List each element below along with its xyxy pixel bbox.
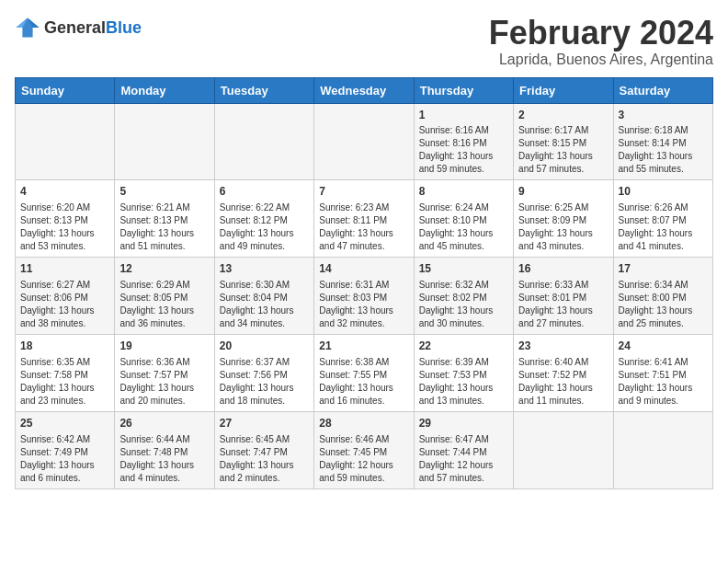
day-info: Sunrise: 6:37 AM Sunset: 7:56 PM Dayligh… <box>220 356 309 408</box>
day-number: 24 <box>619 339 708 354</box>
week-row-1: 1Sunrise: 6:16 AM Sunset: 8:16 PM Daylig… <box>16 103 713 180</box>
day-info: Sunrise: 6:42 AM Sunset: 7:49 PM Dayligh… <box>20 433 109 485</box>
calendar-cell-w1-d2 <box>115 103 214 180</box>
logo-bird-icon <box>15 15 40 40</box>
day-number: 15 <box>419 261 508 277</box>
day-number: 23 <box>518 339 608 354</box>
calendar-cell-w2-d5: 8Sunrise: 6:24 AM Sunset: 8:10 PM Daylig… <box>414 180 513 258</box>
calendar-cell-w2-d6: 9Sunrise: 6:25 AM Sunset: 8:09 PM Daylig… <box>514 180 613 258</box>
day-info: Sunrise: 6:29 AM Sunset: 8:05 PM Dayligh… <box>119 279 209 330</box>
day-info: Sunrise: 6:25 AM Sunset: 8:09 PM Dayligh… <box>518 201 608 253</box>
day-number: 1 <box>419 108 508 123</box>
calendar-cell-w1-d7: 3Sunrise: 6:18 AM Sunset: 8:14 PM Daylig… <box>613 103 712 180</box>
day-number: 28 <box>319 416 408 431</box>
calendar-cell-w5-d1: 25Sunrise: 6:42 AM Sunset: 7:49 PM Dayli… <box>16 411 115 488</box>
calendar-cell-w3-d5: 15Sunrise: 6:32 AM Sunset: 8:02 PM Dayli… <box>414 258 513 335</box>
calendar-cell-w5-d6 <box>514 411 613 488</box>
calendar-cell-w2-d4: 7Sunrise: 6:23 AM Sunset: 8:11 PM Daylig… <box>314 180 414 258</box>
calendar-cell-w1-d1 <box>16 103 115 180</box>
day-info: Sunrise: 6:38 AM Sunset: 7:55 PM Dayligh… <box>319 356 408 408</box>
calendar-cell-w5-d5: 29Sunrise: 6:47 AM Sunset: 7:44 PM Dayli… <box>414 411 513 488</box>
day-info: Sunrise: 6:27 AM Sunset: 8:06 PM Dayligh… <box>20 279 109 330</box>
calendar-cell-w5-d7 <box>613 411 712 488</box>
calendar-cell-w3-d6: 16Sunrise: 6:33 AM Sunset: 8:01 PM Dayli… <box>514 258 613 335</box>
day-info: Sunrise: 6:18 AM Sunset: 8:14 PM Dayligh… <box>619 124 708 176</box>
calendar-cell-w5-d3: 27Sunrise: 6:45 AM Sunset: 7:47 PM Dayli… <box>214 411 313 488</box>
day-info: Sunrise: 6:22 AM Sunset: 8:12 PM Dayligh… <box>220 201 309 253</box>
day-number: 6 <box>220 184 309 200</box>
day-number: 4 <box>20 184 109 200</box>
header-thursday: Thursday <box>414 77 513 103</box>
calendar-cell-w2-d3: 6Sunrise: 6:22 AM Sunset: 8:12 PM Daylig… <box>214 180 313 258</box>
day-number: 11 <box>20 261 109 277</box>
calendar-cell-w4-d1: 18Sunrise: 6:35 AM Sunset: 7:58 PM Dayli… <box>16 334 115 411</box>
day-info: Sunrise: 6:46 AM Sunset: 7:45 PM Dayligh… <box>319 433 408 485</box>
header-wednesday: Wednesday <box>314 77 414 103</box>
day-number: 17 <box>619 261 708 277</box>
logo-general-text: GeneralBlue <box>44 19 142 37</box>
day-info: Sunrise: 6:33 AM Sunset: 8:01 PM Dayligh… <box>518 279 608 330</box>
week-row-5: 25Sunrise: 6:42 AM Sunset: 7:49 PM Dayli… <box>16 411 713 488</box>
calendar-cell-w4-d7: 24Sunrise: 6:41 AM Sunset: 7:51 PM Dayli… <box>613 334 712 411</box>
day-info: Sunrise: 6:16 AM Sunset: 8:16 PM Dayligh… <box>419 124 508 176</box>
day-number: 18 <box>20 339 109 354</box>
header-tuesday: Tuesday <box>214 77 313 103</box>
week-row-4: 18Sunrise: 6:35 AM Sunset: 7:58 PM Dayli… <box>16 334 713 411</box>
day-info: Sunrise: 6:36 AM Sunset: 7:57 PM Dayligh… <box>119 356 209 408</box>
calendar-cell-w3-d3: 13Sunrise: 6:30 AM Sunset: 8:04 PM Dayli… <box>214 258 313 335</box>
day-info: Sunrise: 6:39 AM Sunset: 7:53 PM Dayligh… <box>419 356 508 408</box>
day-info: Sunrise: 6:26 AM Sunset: 8:07 PM Dayligh… <box>619 201 708 253</box>
calendar-cell-w4-d2: 19Sunrise: 6:36 AM Sunset: 7:57 PM Dayli… <box>115 334 214 411</box>
main-title: February 2024 <box>489 15 713 52</box>
calendar-cell-w1-d5: 1Sunrise: 6:16 AM Sunset: 8:16 PM Daylig… <box>414 103 513 180</box>
day-number: 2 <box>518 108 608 123</box>
calendar-cell-w5-d4: 28Sunrise: 6:46 AM Sunset: 7:45 PM Dayli… <box>314 411 414 488</box>
day-number: 27 <box>220 416 309 431</box>
day-info: Sunrise: 6:24 AM Sunset: 8:10 PM Dayligh… <box>419 201 508 253</box>
calendar-cell-w1-d6: 2Sunrise: 6:17 AM Sunset: 8:15 PM Daylig… <box>514 103 613 180</box>
day-number: 9 <box>518 184 608 200</box>
day-info: Sunrise: 6:21 AM Sunset: 8:13 PM Dayligh… <box>119 201 209 253</box>
calendar-cell-w4-d4: 21Sunrise: 6:38 AM Sunset: 7:55 PM Dayli… <box>314 334 414 411</box>
calendar-cell-w2-d1: 4Sunrise: 6:20 AM Sunset: 8:13 PM Daylig… <box>16 180 115 258</box>
day-info: Sunrise: 6:31 AM Sunset: 8:03 PM Dayligh… <box>319 279 408 330</box>
day-info: Sunrise: 6:23 AM Sunset: 8:11 PM Dayligh… <box>319 201 408 253</box>
header-sunday: Sunday <box>16 77 115 103</box>
subtitle: Laprida, Buenos Aires, Argentina <box>489 52 713 68</box>
day-number: 26 <box>119 416 209 431</box>
calendar-header-row: SundayMondayTuesdayWednesdayThursdayFrid… <box>16 77 713 103</box>
day-number: 25 <box>20 416 109 431</box>
day-info: Sunrise: 6:20 AM Sunset: 8:13 PM Dayligh… <box>20 201 109 253</box>
header-saturday: Saturday <box>613 77 712 103</box>
day-info: Sunrise: 6:17 AM Sunset: 8:15 PM Dayligh… <box>518 124 608 176</box>
day-number: 16 <box>518 261 608 277</box>
day-info: Sunrise: 6:40 AM Sunset: 7:52 PM Dayligh… <box>518 356 608 408</box>
day-info: Sunrise: 6:44 AM Sunset: 7:48 PM Dayligh… <box>119 433 209 485</box>
calendar-cell-w3-d2: 12Sunrise: 6:29 AM Sunset: 8:05 PM Dayli… <box>115 258 214 335</box>
day-number: 8 <box>419 184 508 200</box>
day-info: Sunrise: 6:41 AM Sunset: 7:51 PM Dayligh… <box>619 356 708 408</box>
header-friday: Friday <box>514 77 613 103</box>
day-number: 29 <box>419 416 508 431</box>
day-number: 3 <box>619 108 708 123</box>
day-info: Sunrise: 6:35 AM Sunset: 7:58 PM Dayligh… <box>20 356 109 408</box>
day-number: 10 <box>619 184 708 200</box>
calendar-cell-w3-d1: 11Sunrise: 6:27 AM Sunset: 8:06 PM Dayli… <box>16 258 115 335</box>
calendar-cell-w4-d6: 23Sunrise: 6:40 AM Sunset: 7:52 PM Dayli… <box>514 334 613 411</box>
calendar-cell-w5-d2: 26Sunrise: 6:44 AM Sunset: 7:48 PM Dayli… <box>115 411 214 488</box>
day-info: Sunrise: 6:45 AM Sunset: 7:47 PM Dayligh… <box>220 433 309 485</box>
day-number: 19 <box>119 339 209 354</box>
calendar-cell-w2-d7: 10Sunrise: 6:26 AM Sunset: 8:07 PM Dayli… <box>613 180 712 258</box>
calendar-cell-w4-d5: 22Sunrise: 6:39 AM Sunset: 7:53 PM Dayli… <box>414 334 513 411</box>
day-number: 7 <box>319 184 408 200</box>
day-info: Sunrise: 6:32 AM Sunset: 8:02 PM Dayligh… <box>419 279 508 330</box>
calendar-cell-w3-d7: 17Sunrise: 6:34 AM Sunset: 8:00 PM Dayli… <box>613 258 712 335</box>
day-number: 20 <box>220 339 309 354</box>
calendar-cell-w4-d3: 20Sunrise: 6:37 AM Sunset: 7:56 PM Dayli… <box>214 334 313 411</box>
day-number: 22 <box>419 339 508 354</box>
logo: GeneralBlue <box>15 15 142 40</box>
header-monday: Monday <box>115 77 214 103</box>
day-info: Sunrise: 6:47 AM Sunset: 7:44 PM Dayligh… <box>419 433 508 485</box>
calendar-cell-w1-d4 <box>314 103 414 180</box>
day-number: 14 <box>319 261 408 277</box>
